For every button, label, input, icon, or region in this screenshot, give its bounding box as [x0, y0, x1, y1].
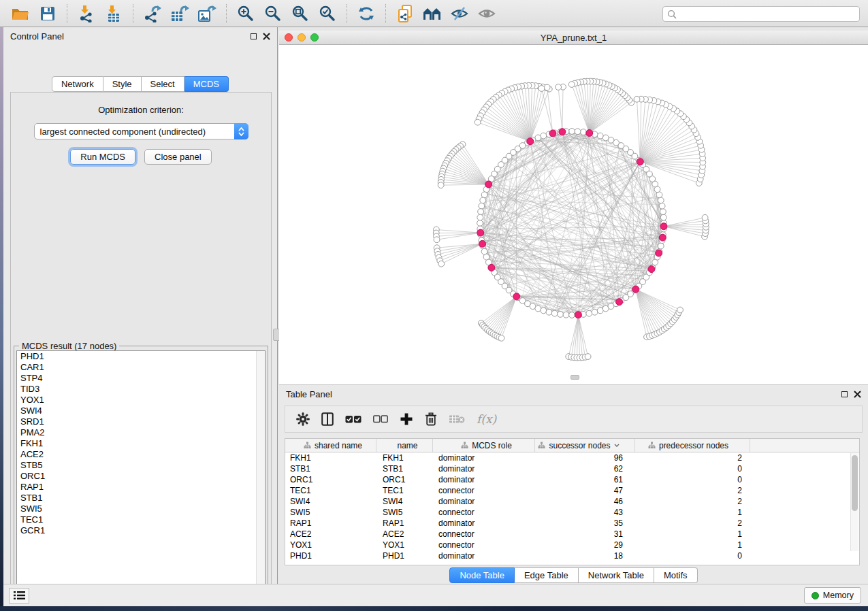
table-row[interactable]: PHD1PHD1dominator180 [285, 550, 859, 561]
table-row[interactable]: SWI4SWI4dominator462 [285, 496, 859, 507]
run-mcds-button[interactable]: Run MCDS [70, 149, 135, 165]
column-header-name[interactable]: name [376, 439, 433, 452]
tab-select[interactable]: Select [142, 76, 184, 92]
column-header-predecessor-nodes[interactable]: predecessor nodes [635, 439, 750, 452]
mcds-result-item[interactable]: ACE2 [17, 449, 265, 460]
float-window-icon[interactable] [251, 33, 257, 39]
status-list-button[interactable] [9, 588, 29, 604]
column-header-shared-name[interactable]: shared name [285, 439, 376, 452]
export-image-icon[interactable] [193, 3, 221, 24]
right-pane: YPA_prune.txt_1 Table Panel [279, 27, 868, 584]
criterion-select[interactable]: largest connected component (undirected) [34, 123, 248, 139]
import-network-icon[interactable] [73, 3, 100, 24]
mcds-result-item[interactable]: STB5 [17, 460, 265, 471]
mcds-result-item[interactable]: STB1 [17, 493, 265, 503]
desktop-wallpaper-strip [0, 606, 868, 611]
select-stepper-icon [234, 123, 248, 139]
close-panel-icon[interactable] [263, 33, 270, 40]
column-header-successor-nodes[interactable]: successor nodes [535, 439, 635, 452]
close-panel-button[interactable]: Close panel [144, 149, 212, 165]
mcds-result-item[interactable]: YOX1 [17, 395, 265, 406]
mcds-result-item[interactable]: ORC1 [17, 471, 265, 482]
list-icon [14, 591, 25, 600]
memory-label: Memory [823, 591, 854, 600]
mcds-result-item[interactable]: FKH1 [17, 438, 265, 449]
first-neighbors-icon[interactable] [419, 3, 446, 24]
refresh-icon[interactable] [353, 3, 380, 24]
column-view-icon[interactable] [321, 412, 334, 426]
tab-network-table[interactable]: Network Table [579, 567, 654, 583]
export-table-icon[interactable] [166, 3, 193, 24]
mcds-list-scrollbar[interactable] [256, 351, 265, 591]
tab-motifs[interactable]: Motifs [654, 567, 698, 583]
delete-table-icon[interactable] [449, 414, 465, 425]
zoom-in-icon[interactable] [232, 3, 259, 24]
zoom-out-icon[interactable] [259, 3, 287, 24]
column-header-MCDS-role[interactable]: MCDS role [433, 439, 535, 452]
column-type-icon [304, 442, 311, 449]
mcds-result-item[interactable]: GCR1 [17, 525, 265, 536]
function-builder-icon[interactable]: f(x) [477, 412, 496, 426]
import-table-icon[interactable] [100, 3, 127, 24]
toolbar-separator [67, 4, 67, 23]
toolbar-separator [133, 4, 133, 23]
mcds-result-item[interactable]: PMA2 [17, 427, 265, 438]
horizontal-splitter-handle[interactable] [570, 375, 579, 380]
search-input[interactable] [679, 10, 859, 19]
gear-icon[interactable] [296, 412, 310, 426]
control-panel-tabs: NetworkStyleSelectMCDS [3, 76, 277, 92]
mcds-result-list[interactable]: PHD1CAR1STP4TID3YOX1SWI4SRD1PMA2FKH1ACE2… [16, 350, 266, 592]
deselect-all-icon[interactable] [373, 415, 388, 423]
close-panel-icon[interactable] [854, 391, 861, 398]
tab-edge-table[interactable]: Edge Table [515, 567, 579, 583]
mcds-result-item[interactable]: CAR1 [17, 362, 265, 373]
network-window: YPA_prune.txt_1 [279, 31, 868, 384]
table-row[interactable]: TEC1TEC1connector472 [285, 485, 859, 496]
control-panel-title: Control Panel [10, 31, 64, 42]
table-row[interactable]: ACE2ACE2connector311 [285, 529, 859, 540]
table-scrollbar-thumb[interactable] [852, 455, 858, 511]
mcds-result-item[interactable]: SWI4 [17, 406, 265, 416]
search-icon [667, 10, 677, 19]
show-all-icon[interactable] [473, 3, 500, 24]
column-type-icon [648, 442, 656, 449]
mcds-result-item[interactable]: RAP1 [17, 482, 265, 493]
mcds-result-item[interactable]: TEC1 [17, 514, 265, 525]
export-network-icon[interactable] [139, 3, 166, 24]
table-row[interactable]: YOX1YOX1connector291 [285, 540, 859, 550]
table-row[interactable]: ORC1ORC1dominator610 [285, 474, 859, 485]
mcds-result-item[interactable]: SRD1 [17, 416, 265, 427]
zoom-fit-icon[interactable] [287, 3, 314, 24]
toolbar-separator [226, 4, 227, 23]
table-row[interactable]: SWI5SWI5connector431 [285, 507, 859, 518]
mcds-result-item[interactable]: STP4 [17, 373, 265, 384]
select-all-icon[interactable] [345, 415, 361, 424]
add-column-icon[interactable] [400, 412, 413, 426]
tab-network[interactable]: Network [52, 76, 103, 92]
node-table-body: FKH1FKH1dominator962STB1STB1dominator620… [285, 452, 859, 561]
tab-style[interactable]: Style [103, 76, 142, 92]
save-session-icon[interactable] [34, 3, 61, 24]
float-window-icon[interactable] [841, 391, 848, 397]
tab-mcds[interactable]: MCDS [184, 76, 229, 92]
new-network-from-selection-icon[interactable] [391, 3, 419, 24]
search-box[interactable] [662, 6, 860, 22]
hide-selected-icon[interactable] [446, 3, 473, 24]
delete-column-icon[interactable] [425, 412, 437, 426]
network-graph-canvas[interactable] [279, 45, 868, 384]
open-file-icon[interactable] [7, 3, 34, 24]
tab-node-table[interactable]: Node Table [449, 567, 515, 583]
memory-button[interactable]: Memory [804, 587, 861, 604]
memory-status-icon [811, 592, 819, 599]
table-row[interactable]: STB1STB1dominator620 [285, 463, 859, 474]
zoom-selected-icon[interactable] [314, 3, 341, 24]
table-scrollbar[interactable] [850, 453, 858, 551]
column-type-icon [461, 442, 468, 449]
mcds-result-item[interactable]: PHD1 [17, 351, 265, 362]
table-row[interactable]: FKH1FKH1dominator962 [285, 452, 859, 463]
table-row[interactable]: RAP1RAP1dominator352 [285, 518, 859, 529]
table-panel-title: Table Panel [286, 389, 332, 399]
mcds-result-item[interactable]: TID3 [17, 384, 265, 395]
table-toolbar: f(x) [285, 406, 863, 433]
mcds-result-item[interactable]: SWI5 [17, 503, 265, 514]
